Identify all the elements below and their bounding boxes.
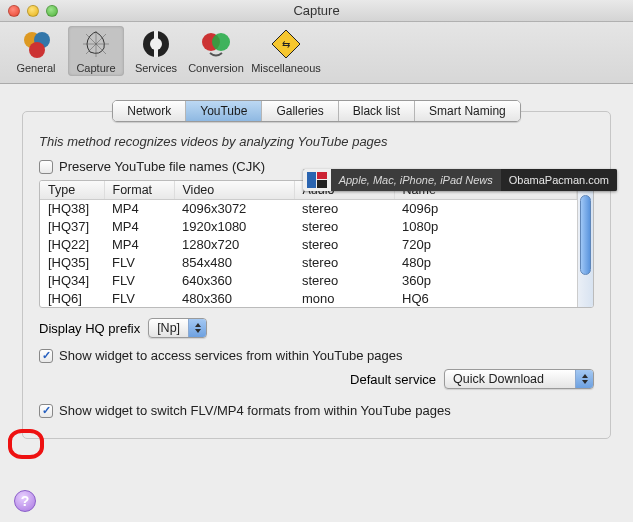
tab-smart-naming[interactable]: Smart Naming <box>415 101 520 121</box>
svg-text:⇆: ⇆ <box>282 39 290 50</box>
watermark-text: Apple, Mac, iPhone, iPad News <box>331 174 501 186</box>
cell-video: 480x360 <box>174 289 294 307</box>
help-icon: ? <box>21 493 30 509</box>
show-widget-services-checkbox[interactable]: Show widget to access services from with… <box>39 348 594 363</box>
checkbox-icon <box>39 349 53 363</box>
cell-name: 1080p <box>394 218 577 236</box>
capture-icon <box>80 28 112 60</box>
col-format[interactable]: Format <box>104 181 174 200</box>
svg-point-8 <box>212 33 230 51</box>
toolbar-tab-capture[interactable]: Capture <box>68 26 124 76</box>
svg-marker-14 <box>582 380 588 384</box>
default-service-row: Default service Quick Download <box>39 369 594 389</box>
checkbox-icon <box>39 160 53 174</box>
table-row[interactable]: [HQ34]FLV640x360stereo360p <box>40 271 577 289</box>
tab-youtube[interactable]: YouTube <box>186 101 262 121</box>
toolbar-label: Capture <box>76 62 115 74</box>
titlebar: Capture <box>0 0 633 22</box>
cell-format: FLV <box>104 271 174 289</box>
show-widget-format-checkbox[interactable]: Show widget to switch FLV/MP4 formats fr… <box>39 403 594 418</box>
table-row[interactable]: [HQ6]FLV480x360monoHQ6 <box>40 289 577 307</box>
checkbox-icon <box>39 404 53 418</box>
svg-point-2 <box>29 42 45 58</box>
cell-type: [HQ34] <box>40 271 104 289</box>
svg-rect-15 <box>307 172 316 188</box>
sub-tabs: Network YouTube Galleries Black list Sma… <box>112 100 521 122</box>
tab-black-list[interactable]: Black list <box>339 101 415 121</box>
help-button[interactable]: ? <box>14 490 36 512</box>
conversion-icon <box>200 28 232 60</box>
cell-audio: stereo <box>294 271 394 289</box>
col-type[interactable]: Type <box>40 181 104 200</box>
svg-marker-13 <box>582 374 588 378</box>
cell-format: MP4 <box>104 200 174 218</box>
formats-table[interactable]: Type Format Video Audio Name [HQ38]MP440… <box>40 181 577 307</box>
toolbar-tab-miscellaneous[interactable]: ⇆ Miscellaneous <box>248 26 324 76</box>
cell-audio: stereo <box>294 236 394 254</box>
cell-format: MP4 <box>104 236 174 254</box>
cell-name: 360p <box>394 271 577 289</box>
svg-marker-12 <box>195 329 201 333</box>
tab-network[interactable]: Network <box>113 101 186 121</box>
cell-format: MP4 <box>104 218 174 236</box>
youtube-settings-group: This method recognizes videos by analyzi… <box>22 111 611 439</box>
checkbox-label: Show widget to access services from with… <box>59 348 402 363</box>
dropdown-arrows-icon <box>575 370 593 388</box>
tab-galleries[interactable]: Galleries <box>262 101 338 121</box>
cell-type: [HQ37] <box>40 218 104 236</box>
toolbar: General Capture Services Conversion ⇆ Mi… <box>0 22 633 84</box>
watermark-banner: Apple, Mac, iPhone, iPad News ObamaPacma… <box>303 169 617 191</box>
cell-video: 854x480 <box>174 254 294 272</box>
toolbar-tab-general[interactable]: General <box>8 26 64 76</box>
display-prefix-label: Display HQ prefix <box>39 321 140 336</box>
content-area: Network YouTube Galleries Black list Sma… <box>0 84 633 522</box>
cell-video: 640x360 <box>174 271 294 289</box>
default-service-label: Default service <box>350 372 436 387</box>
svg-rect-5 <box>154 31 158 41</box>
svg-rect-17 <box>317 180 327 188</box>
toolbar-tab-conversion[interactable]: Conversion <box>188 26 244 76</box>
checkbox-label: Preserve YouTube file names (CJK) <box>59 159 265 174</box>
cell-name: 4096p <box>394 200 577 218</box>
scrollbar-thumb[interactable] <box>580 195 591 275</box>
cell-format: FLV <box>104 289 174 307</box>
services-icon <box>140 28 172 60</box>
cell-name: 480p <box>394 254 577 272</box>
cell-format: FLV <box>104 254 174 272</box>
svg-rect-16 <box>317 172 327 179</box>
default-service-dropdown[interactable]: Quick Download <box>444 369 594 389</box>
toolbar-label: Miscellaneous <box>251 62 321 74</box>
cell-audio: stereo <box>294 200 394 218</box>
table-row[interactable]: [HQ22]MP41280x720stereo720p <box>40 236 577 254</box>
svg-marker-11 <box>195 323 201 327</box>
window-title: Capture <box>0 3 633 18</box>
display-prefix-row: Display HQ prefix [Np] <box>39 318 594 338</box>
cell-video: 4096x3072 <box>174 200 294 218</box>
toolbar-tab-services[interactable]: Services <box>128 26 184 76</box>
cell-name: 720p <box>394 236 577 254</box>
dropdown-value: Quick Download <box>453 372 575 386</box>
table-row[interactable]: [HQ35]FLV854x480stereo480p <box>40 254 577 272</box>
col-video[interactable]: Video <box>174 181 294 200</box>
table-row[interactable]: [HQ38]MP44096x3072stereo4096p <box>40 200 577 218</box>
toolbar-label: Services <box>135 62 177 74</box>
table-scrollbar[interactable] <box>577 181 593 307</box>
cell-type: [HQ35] <box>40 254 104 272</box>
checkbox-label: Show widget to switch FLV/MP4 formats fr… <box>59 403 451 418</box>
svg-rect-6 <box>154 47 158 57</box>
formats-table-container: Type Format Video Audio Name [HQ38]MP440… <box>39 180 594 308</box>
dropdown-arrows-icon <box>188 319 206 337</box>
cell-video: 1920x1080 <box>174 218 294 236</box>
cell-audio: stereo <box>294 218 394 236</box>
miscellaneous-icon: ⇆ <box>270 28 302 60</box>
toolbar-label: General <box>16 62 55 74</box>
watermark-icon <box>303 169 331 191</box>
description-text: This method recognizes videos by analyzi… <box>39 134 594 149</box>
cell-type: [HQ6] <box>40 289 104 307</box>
dropdown-value: [Np] <box>157 321 188 335</box>
cell-type: [HQ38] <box>40 200 104 218</box>
display-prefix-dropdown[interactable]: [Np] <box>148 318 207 338</box>
cell-name: HQ6 <box>394 289 577 307</box>
watermark-site: ObamaPacman.com <box>501 169 617 191</box>
table-row[interactable]: [HQ37]MP41920x1080stereo1080p <box>40 218 577 236</box>
